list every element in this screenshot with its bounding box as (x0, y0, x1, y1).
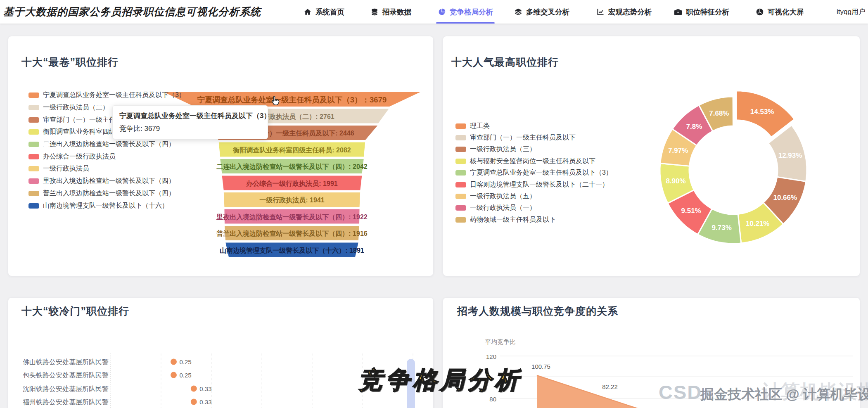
legend-item[interactable]: 宁夏调查总队业务处室一级主任科员及以下（3） (28, 89, 185, 102)
donut-slice[interactable] (672, 105, 712, 145)
donut-slice-label: 14.53% (750, 108, 774, 116)
legend-marker (28, 154, 39, 159)
nav-item-7[interactable]: 可视化大屏 (756, 0, 804, 24)
nav-item-label: 多维交叉分析 (526, 7, 569, 17)
database-icon (370, 8, 379, 16)
navbar: 基于大数据的国家公务员招录职位信息可视化分析系统 系统首页招录数据竞争格局分析多… (0, 0, 868, 24)
legend-item[interactable]: 核与辐射安全监督岗位一级主任科员及以下 (455, 155, 612, 167)
donut-slice-label: 12.93% (778, 152, 802, 159)
nav-item-label: 宏观态势分析 (608, 7, 652, 17)
nav-item-label: 竞争格局分析 (450, 7, 493, 17)
nav-item-6[interactable]: 职位特征分析 (674, 0, 729, 24)
value-label: 0.25 (180, 372, 192, 379)
data-point[interactable] (191, 386, 197, 392)
nav-item-2[interactable]: 招录数据 (370, 0, 411, 24)
chart-tooltip: 宁夏调查总队业务处室一级主任科员及以下（3） 竞争比: 3679 (112, 105, 268, 139)
y-tick-label: 120 (486, 353, 496, 360)
legend-label: 核与辐射安全监督岗位一级主任科员及以下 (470, 157, 595, 166)
nav-item-1[interactable]: 系统首页 (304, 0, 344, 24)
user-label: ityqg用户 (837, 7, 866, 17)
y-axis-title: 平均竞争比 (485, 338, 516, 345)
donut-slice[interactable] (764, 177, 806, 224)
legend-label: 办公综合一级行政执法员 (43, 152, 116, 161)
funnel-segment[interactable] (225, 242, 359, 258)
funnel-segment[interactable] (222, 176, 363, 191)
tooltip-value: 竞争比: 3679 (119, 124, 261, 133)
data-point[interactable] (171, 359, 177, 365)
nav-item-3[interactable]: 竞争格局分析 (438, 0, 493, 24)
legend-label: 审查部门（一）一级主任科员及以下 (470, 133, 576, 142)
legend-marker (455, 135, 466, 140)
donut-slice[interactable] (738, 203, 783, 243)
legend-item[interactable]: 药物领域一级主任科员及以下 (455, 214, 612, 225)
nav-item-label: 可视化大屏 (768, 7, 804, 17)
briefcase-icon (674, 8, 682, 16)
funnel-segment-label: 山南边境管理支队一级警长及以下（十六）: 1891 (220, 247, 364, 254)
legend-label: 二连出入境边防检查站一级警长及以下（四） (43, 140, 175, 149)
funnel-segment[interactable] (162, 92, 422, 107)
legend-label: 普兰出入境边防检查站一级警长及以下（四） (43, 189, 175, 198)
donut-slice[interactable] (660, 164, 694, 204)
donut-slice[interactable] (660, 129, 697, 166)
card-title: 十大人气最高职位排行 (451, 55, 559, 69)
point-label: 82.22 (602, 383, 618, 390)
data-point[interactable] (191, 399, 197, 405)
legend-item[interactable]: 山南边境管理支队一级警长及以下（十六） (28, 199, 185, 212)
legend-label: 一级行政执法员（二） (43, 103, 109, 112)
point-label: 100.75 (531, 363, 550, 370)
legend-marker (455, 217, 466, 223)
funnel-segment[interactable] (224, 209, 360, 224)
legend-marker (28, 142, 39, 147)
card-popular-ranking: 十大人气最高职位排行 理工类审查部门（一）一级主任科员及以下一级行政执法员（三）… (443, 36, 860, 276)
donut-slice[interactable] (668, 190, 712, 235)
funnel-segment[interactable] (223, 192, 360, 207)
legend-label: 宁夏调查总队业务处室一级主任科员及以下（3） (43, 91, 185, 100)
donut-slice[interactable] (699, 97, 733, 131)
donut-slice[interactable] (698, 209, 741, 244)
nav-item-5[interactable]: 宏观态势分析 (596, 0, 652, 24)
pie-icon (438, 8, 446, 16)
donut-slice[interactable] (768, 125, 807, 181)
legend-item[interactable]: 普兰出入境边防检查站一级警长及以下（四） (28, 187, 185, 200)
page: 基于大数据的国家公务员招录职位信息可视化分析系统 系统首页招录数据竞争格局分析多… (0, 0, 868, 408)
legend-item[interactable]: 审查部门（一）一级主任科员及以下 (455, 132, 612, 143)
donut-legend: 理工类审查部门（一）一级主任科员及以下一级行政执法员（三）核与辐射安全监督岗位一… (455, 120, 612, 226)
legend-marker (455, 170, 466, 176)
funnel-segment-label: 普兰出入境边防检查站一级警长及以下（四）: 1916 (216, 230, 367, 237)
legend-marker (28, 93, 39, 98)
data-point[interactable] (171, 372, 177, 378)
legend-item[interactable]: 办公综合一级行政执法员 (28, 150, 185, 163)
legend-label: 一级行政执法员（五） (470, 192, 536, 201)
funnel-segment[interactable] (220, 159, 364, 174)
legend-label: 一级行政执法员 (43, 164, 89, 173)
trend-icon (596, 8, 605, 16)
legend-item[interactable]: 一级行政执法员（五） (455, 190, 612, 202)
legend-item[interactable]: 二连出入境边防检查站一级警长及以下（四） (28, 138, 185, 151)
legend-item[interactable]: 里孜出入境边防检查站一级警长及以下（四） (28, 175, 185, 187)
funnel-segment[interactable] (218, 142, 366, 157)
donut-slice-label: 7.97% (668, 147, 688, 154)
funnel-segment[interactable] (224, 225, 360, 241)
legend-marker (455, 194, 466, 199)
legend-label: 日喀则边境管理支队一级警长及以下（二十一） (470, 180, 609, 189)
nav-item-label: 系统首页 (315, 7, 344, 17)
funnel-segment-label: 一级行政执法员: 1941 (259, 197, 324, 204)
legend-item[interactable]: 一级行政执法员 (28, 163, 185, 175)
watermark-title: 竞争格局分析 (358, 364, 522, 396)
legend-label: 理工类 (470, 122, 490, 130)
category-label: 包头铁路公安处基层所队民警 (23, 372, 109, 379)
funnel-segment-label: 宁夏调查总队业务处室一级主任科员及以下（3）：3679 (197, 95, 387, 104)
card-title: 十大“最卷”职位排行 (21, 55, 119, 69)
donut-slice-label: 7.8% (686, 123, 702, 130)
donut-slice[interactable] (736, 91, 794, 138)
nav-item-4[interactable]: 多维交叉分析 (514, 0, 569, 24)
legend-item[interactable]: 宁夏调查总队业务处室一级主任科员及以下（3） (455, 167, 612, 179)
legend-item[interactable]: 一级行政执法员（三） (455, 144, 612, 155)
funnel-segment-label: 办公综合一级行政执法员: 1991 (246, 180, 337, 187)
user-menu[interactable]: ityqg用户 (837, 0, 868, 24)
app-title: 基于大数据的国家公务员招录职位信息可视化分析系统 (3, 0, 261, 24)
legend-item[interactable]: 日喀则边境管理支队一级警长及以下（二十一） (455, 179, 612, 190)
legend-item[interactable]: 一级行政执法员（一） (455, 202, 612, 214)
legend-marker (28, 117, 39, 123)
legend-item[interactable]: 理工类 (455, 120, 612, 132)
